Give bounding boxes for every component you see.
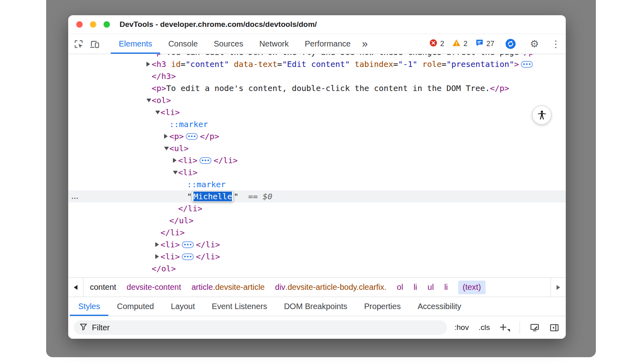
code-token: </p> — [490, 83, 509, 93]
breadcrumb-item[interactable]: devsite-content — [127, 281, 181, 294]
breadcrumb-segment: (text) — [463, 283, 481, 292]
zoom-window-button[interactable] — [104, 21, 110, 28]
dom-tree-row-content: <ol> — [68, 94, 566, 106]
sidebar-tab-accessibility[interactable]: Accessibility — [409, 297, 470, 316]
breadcrumb-item[interactable]: li — [414, 281, 417, 294]
row-overflow-dots-icon: ... — [71, 190, 79, 202]
dom-tree-row[interactable]: <p>To edit a node's content, double-clic… — [68, 82, 566, 94]
node-text-edit-box[interactable]: Michelle — [192, 191, 233, 202]
breadcrumb-item[interactable]: ol — [397, 281, 403, 294]
settings-gear-icon[interactable]: ⚙ — [526, 38, 542, 50]
breadcrumb-list: contentdevsite-contentarticle.devsite-ar… — [83, 278, 492, 297]
expand-arrow-icon[interactable] — [155, 242, 159, 247]
dom-tree-row[interactable]: <li></li> — [68, 251, 566, 263]
dom-tree-row[interactable]: </li> — [68, 226, 566, 239]
issues-badge[interactable]: 27 — [475, 39, 494, 49]
inline-expand-icon[interactable] — [199, 157, 211, 164]
dom-tree-row[interactable]: <ul> — [68, 142, 566, 154]
tab-performance[interactable]: Performance — [297, 34, 359, 54]
code-token: tabindex — [355, 59, 393, 69]
sidebar-tab-event-listeners[interactable]: Event Listeners — [203, 297, 276, 316]
inspect-element-icon[interactable] — [71, 34, 87, 54]
sidebar-tab-dom-breakpoints[interactable]: DOM Breakpoints — [276, 297, 356, 316]
dom-tree-row-content: <li></li> — [68, 251, 566, 263]
expand-arrow-icon[interactable] — [173, 158, 177, 163]
code-token: role — [422, 59, 441, 69]
more-tabs-icon[interactable]: » — [359, 34, 371, 54]
dom-tree-row[interactable]: </ol> — [68, 263, 566, 275]
dom-tree-row[interactable]: ::marker — [68, 118, 566, 130]
rendering-icon[interactable] — [530, 323, 540, 333]
breadcrumb-item[interactable]: li — [444, 281, 448, 294]
breadcrumb-item[interactable]: article.devsite-article — [191, 281, 264, 294]
tab-elements[interactable]: Elements — [111, 34, 160, 54]
code-token: $0 — [263, 192, 272, 201]
inline-expand-icon[interactable] — [182, 241, 194, 248]
extension-icon[interactable] — [502, 38, 518, 49]
kebab-menu-icon[interactable]: ⋮ — [551, 38, 561, 50]
dom-tree-row[interactable]: <li> — [68, 106, 566, 118]
warning-badge[interactable]: 2 — [452, 39, 467, 49]
sidebar-tab-styles[interactable]: Styles — [70, 297, 108, 316]
dom-tree-row[interactable]: ::marker — [68, 178, 566, 190]
filter-placeholder: Filter — [92, 323, 110, 332]
collapse-arrow-icon[interactable] — [146, 99, 151, 102]
dom-tree-row[interactable]: <h3 id="attributes" data-text="Edit attr… — [68, 275, 566, 277]
dom-tree-row[interactable]: <p></p> — [68, 130, 566, 142]
dom-tree-row[interactable]: </li> — [68, 202, 566, 214]
code-token: <ul> — [169, 144, 189, 153]
breadcrumb-scroll-right-button[interactable] — [551, 278, 566, 297]
inline-expand-icon[interactable] — [521, 61, 533, 68]
close-window-button[interactable] — [76, 21, 83, 28]
toggle-classes-button[interactable]: .cls — [478, 323, 490, 332]
issues-icon — [475, 39, 484, 49]
code-token — [258, 192, 263, 201]
minimize-window-button[interactable] — [90, 21, 96, 28]
dom-tree-row[interactable]: </ul> — [68, 214, 566, 226]
error-badge[interactable]: 2 — [429, 39, 444, 49]
breadcrumb-item[interactable]: ul — [428, 281, 434, 294]
sidebar-tab-properties[interactable]: Properties — [356, 297, 409, 316]
expand-arrow-icon[interactable] — [155, 254, 159, 259]
dom-tree-row[interactable]: <li></li> — [68, 154, 566, 166]
breadcrumb-item[interactable]: content — [90, 281, 116, 294]
sidebar-tab-layout[interactable]: Layout — [163, 297, 203, 316]
new-style-rule-button[interactable]: + — [500, 323, 510, 332]
toggle-element-state-button[interactable]: :hov — [454, 323, 469, 332]
expand-arrow-icon[interactable] — [164, 134, 168, 139]
code-token — [166, 59, 171, 69]
tab-console[interactable]: Console — [160, 34, 205, 54]
breadcrumb-item[interactable]: div.devsite-article-body.clearfix. — [275, 281, 387, 294]
dom-tree-row[interactable]: <p>You can edit the DOM on the fly and s… — [68, 54, 566, 58]
accessibility-overlay-icon[interactable] — [532, 105, 551, 125]
tab-sources[interactable]: Sources — [206, 34, 251, 54]
tab-network[interactable]: Network — [251, 34, 297, 54]
collapse-arrow-icon[interactable] — [164, 147, 169, 150]
chevron-right-icon — [557, 285, 560, 290]
breadcrumb-scroll-left-button[interactable] — [68, 278, 83, 297]
sidebar-tab-computed[interactable]: Computed — [108, 297, 162, 316]
breadcrumb-segment: article — [191, 283, 213, 292]
dom-tree-row-content: <li></li> — [68, 239, 566, 251]
inline-expand-icon[interactable] — [186, 133, 198, 140]
filter-input[interactable]: Filter — [74, 320, 447, 335]
dom-tree-row[interactable]: <ol> — [68, 94, 566, 106]
expand-arrow-icon[interactable] — [146, 62, 150, 67]
toggle-sidebar-icon[interactable] — [549, 323, 559, 333]
dom-tree-row[interactable]: ..."Michelle" == $0 — [68, 190, 566, 202]
device-toolbar-icon[interactable] — [87, 34, 103, 54]
code-token: </li> — [178, 204, 202, 213]
collapse-arrow-icon[interactable] — [173, 171, 178, 174]
title-bar[interactable]: DevTools - developer.chrome.com/docs/dev… — [68, 15, 566, 34]
sidebar-tab-strip: StylesComputedLayoutEvent ListenersDOM B… — [68, 297, 566, 316]
dom-tree-row[interactable]: <h3 id="content" data-text="Edit content… — [68, 58, 566, 70]
breadcrumb-item-selected[interactable]: (text) — [458, 281, 486, 294]
styles-filter-bar: Filter :hov .cls + — [68, 316, 566, 339]
dom-tree-row[interactable]: </h3> — [68, 70, 566, 82]
dom-tree-row[interactable]: <li></li> — [68, 239, 566, 251]
inline-expand-icon[interactable] — [182, 253, 194, 260]
collapse-arrow-icon[interactable] — [155, 111, 160, 114]
dom-tree-row[interactable]: <li> — [68, 166, 566, 178]
devtools-window: DevTools - developer.chrome.com/docs/dev… — [68, 15, 566, 339]
code-token: </ul> — [169, 216, 193, 225]
